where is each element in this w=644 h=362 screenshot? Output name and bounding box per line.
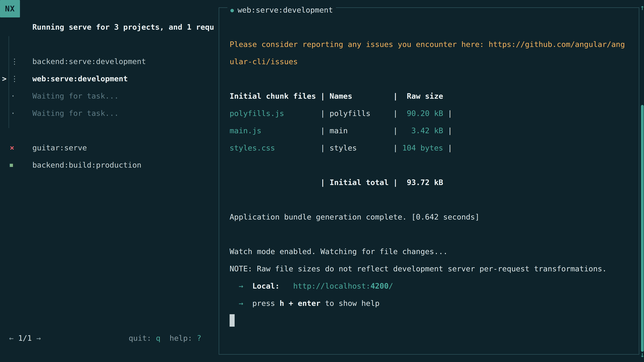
terminal-output: Please consider reporting any issues you… xyxy=(230,36,637,329)
chunk-table-row-polyfills: polyfills.js | polyfills | 90.20 kB | xyxy=(230,105,637,122)
chunk-file-name: styles.css xyxy=(230,143,320,152)
local-label: Local: xyxy=(252,282,293,291)
table-separator: | xyxy=(443,109,452,118)
task-row-backend-serve-development[interactable]: ⋮backend:serve:development xyxy=(0,53,218,70)
local-url-slash: / xyxy=(388,282,393,291)
table-separator: | xyxy=(443,126,452,135)
scrollbar-thumb[interactable] xyxy=(641,105,644,352)
chunk-raw-size: 90.20 kB xyxy=(402,109,443,118)
terminal-title-text: web:serve:development xyxy=(238,5,333,14)
help-hint-line: → press h + enter to show help xyxy=(230,295,637,312)
pager-right-arrow[interactable]: → xyxy=(36,334,41,343)
pager-left-arrow[interactable]: ← xyxy=(9,334,14,343)
task-list: ⋮backend:serve:development >⋮web:serve:d… xyxy=(0,53,218,122)
cursor-line xyxy=(230,312,637,329)
blank-line xyxy=(230,226,637,243)
bundle-complete-message: Application bundle generation complete. … xyxy=(230,208,637,226)
prompt-arrow-icon: → xyxy=(230,299,252,308)
nx-logo: NX xyxy=(0,0,20,17)
quit-key: q xyxy=(156,334,160,343)
table-separator: | main | xyxy=(320,126,402,135)
hotkey-hints: quit: q help: ? xyxy=(129,330,202,347)
help-rest-text: to show help xyxy=(320,299,380,308)
chunk-file-name: polyfills.js xyxy=(230,109,320,118)
quit-label: quit: xyxy=(129,334,156,343)
help-press-text: press xyxy=(252,299,280,308)
chunk-raw-size: 104 bytes xyxy=(402,143,443,152)
chunk-raw-size: 3.42 kB xyxy=(402,126,443,135)
raw-size-note: NOTE: Raw file sizes do not reflect deve… xyxy=(230,260,637,277)
task-label: Waiting for task... xyxy=(32,105,119,122)
watch-mode-message: Watch mode enabled. Watching for file ch… xyxy=(230,243,637,260)
help-label: help: xyxy=(170,334,197,343)
task-row-waiting-2[interactable]: ·Waiting for task... xyxy=(0,105,218,122)
task-label: Waiting for task... xyxy=(32,87,119,105)
scroll-up-icon[interactable]: ↑ xyxy=(639,2,644,13)
task-row-waiting-1[interactable]: ·Waiting for task... xyxy=(0,87,218,105)
waiting-dot-icon: · xyxy=(11,105,15,122)
table-separator: | xyxy=(443,143,452,152)
spinner-icon: ⋮ xyxy=(11,53,18,70)
task-row-web-serve-development[interactable]: >⋮web:serve:development xyxy=(0,70,218,87)
terminal-cursor xyxy=(230,314,234,327)
prompt-arrow-icon: → xyxy=(230,282,252,291)
task-label: guitar:serve xyxy=(32,139,87,156)
local-server-line: → Local: http://localhost:4200/ xyxy=(230,277,637,295)
task-label: backend:serve:development xyxy=(32,53,146,70)
chunk-table-row-main: main.js | main | 3.42 kB | xyxy=(230,122,637,139)
scroll-down-icon[interactable]: ↓ xyxy=(639,349,644,361)
help-key: ? xyxy=(197,334,201,343)
blank-line xyxy=(230,157,637,174)
task-row-backend-build-production[interactable]: ■backend:build:production xyxy=(0,156,218,174)
help-keys-text: h + enter xyxy=(280,299,320,308)
pager: ← 1/1 → xyxy=(9,330,41,347)
task-label: web:serve:development xyxy=(32,70,128,87)
blank-line xyxy=(230,191,637,208)
failed-x-icon: × xyxy=(10,139,14,156)
issue-report-notice-line-2[interactable]: ular-cli/issues xyxy=(230,53,637,70)
local-url[interactable]: http://localhost:4200/ xyxy=(293,282,393,291)
issue-report-notice-line-1[interactable]: Please consider reporting any issues you… xyxy=(230,36,637,53)
initial-total-row: | Initial total | 93.72 kB xyxy=(230,174,637,191)
running-dot-icon: ● xyxy=(230,7,234,13)
stopped-square-icon: ■ xyxy=(10,156,13,174)
spinner-icon: ⋮ xyxy=(11,70,18,87)
task-row-guitar-serve[interactable]: ×guitar:serve xyxy=(0,139,218,156)
pager-page-indicator: 1/1 xyxy=(14,334,36,343)
table-pad xyxy=(230,178,320,187)
table-separator: | styles | xyxy=(320,143,402,152)
chunk-file-name: main.js xyxy=(230,126,320,135)
selected-arrow-icon: > xyxy=(2,70,6,87)
hotkey-separator xyxy=(160,334,170,343)
local-url-port: 4200 xyxy=(370,282,388,291)
waiting-dot-icon: · xyxy=(11,87,15,105)
nx-tui-screen: NX Running serve for 3 projects, and 1 r… xyxy=(0,0,644,362)
task-label: backend:build:production xyxy=(32,156,142,174)
table-separator: | polyfills | xyxy=(320,109,402,118)
chunk-table-header: Initial chunk files | Names | Raw size xyxy=(230,87,637,105)
stopped-task-list: ×guitar:serve ■backend:build:production xyxy=(0,139,218,174)
blank-line xyxy=(230,70,637,87)
local-url-host: http://localhost: xyxy=(293,282,370,291)
initial-total-text: | Initial total | 93.72 kB xyxy=(320,178,443,187)
terminal-panel-title: ●web:serve:development xyxy=(228,4,336,15)
sidebar-title: Running serve for 3 projects, and 1 requ xyxy=(32,18,218,36)
chunk-table-row-styles: styles.css | styles | 104 bytes | xyxy=(230,139,637,157)
